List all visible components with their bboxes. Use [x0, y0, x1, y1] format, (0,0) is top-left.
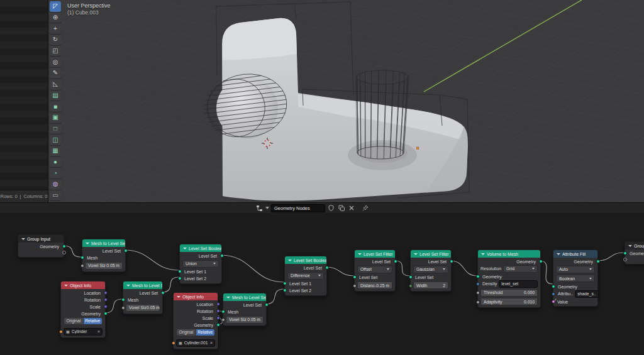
dropdown-level-set-filter-1[interactable]: Offset — [357, 266, 392, 273]
node-socket[interactable] — [172, 341, 175, 345]
node-socket[interactable] — [394, 259, 397, 263]
misc-tool-tool-icon[interactable]: ▭ — [50, 190, 61, 201]
node-socket[interactable] — [104, 312, 108, 315]
collapse-arrow-icon[interactable] — [226, 297, 230, 298]
text-field[interactable]: shade_s.. — [575, 290, 598, 298]
node-object-info-2[interactable]: Object InfoLocationRotationScaleGeometry… — [173, 292, 218, 349]
dropdown-level-set-boolean-1[interactable]: Union — [182, 260, 219, 268]
node-header[interactable]: Volume to Mesh — [478, 250, 540, 258]
primitive-twin-cubes-tool-icon[interactable]: ◫ — [50, 134, 61, 145]
node-socket[interactable] — [265, 303, 269, 307]
node-header[interactable]: Level Set Filter — [411, 250, 451, 258]
fake-user-shield-icon[interactable] — [327, 204, 335, 212]
node-socket[interactable] — [216, 316, 220, 320]
node-socket[interactable] — [220, 254, 224, 258]
scale-tool-icon[interactable]: ◰ — [50, 46, 61, 57]
dropdown-level-set-boolean-2[interactable]: Difference — [287, 272, 324, 280]
node-socket[interactable] — [353, 275, 357, 279]
node-socket[interactable] — [104, 305, 108, 309]
transform-tool-icon[interactable]: ◎ — [50, 57, 61, 67]
relative-toggle[interactable]: Relative — [84, 318, 103, 324]
node-socket[interactable] — [221, 318, 225, 322]
relative-toggle[interactable]: Relative — [196, 329, 215, 336]
node-attribute-fill[interactable]: Attribute FillGeometryAutoBooleanGeometr… — [553, 249, 598, 307]
node-socket[interactable] — [62, 251, 66, 254]
node-socket[interactable] — [476, 275, 480, 278]
node-socket[interactable] — [104, 291, 108, 295]
sphere-quarter-tool-icon[interactable]: ◔ — [50, 168, 61, 178]
node-level-set-boolean-1[interactable]: Level Set BooleanLevel SetUnionLevel Set… — [179, 244, 222, 284]
dropdown-volume-to-mesh[interactable]: Grid — [503, 265, 538, 273]
node-mesh-to-level-set-1[interactable]: Mesh to Level SetLevel SetMeshVoxel Siz0… — [82, 239, 126, 272]
collapse-arrow-icon[interactable] — [86, 243, 89, 244]
node-mesh-to-level-set-2[interactable]: Mesh to Level SetLevel SetMeshVoxel Siz0… — [123, 281, 163, 314]
collapse-arrow-icon[interactable] — [288, 259, 292, 261]
node-socket[interactable] — [623, 258, 627, 261]
annotate-tool-icon[interactable]: ✎ — [50, 68, 61, 79]
node-header[interactable]: Mesh to Level Set — [223, 293, 266, 301]
collapse-arrow-icon[interactable] — [177, 296, 180, 298]
value-slider[interactable]: Voxel Siz0.05 m — [85, 262, 123, 270]
collapse-arrow-icon[interactable] — [628, 245, 632, 247]
node-header[interactable]: Mesh to Level Set — [123, 281, 162, 289]
node-socket[interactable] — [552, 292, 555, 296]
value-slider[interactable]: Voxel Siz0.05 m — [226, 316, 264, 324]
node-header[interactable]: Level Set Boolean — [180, 244, 221, 252]
node-object-info-1[interactable]: Object InfoLocationRotationScaleGeometry… — [60, 281, 106, 338]
node-socket[interactable] — [216, 309, 220, 313]
primitive-box-tool-icon[interactable]: □ — [50, 124, 61, 134]
select-box-tool-icon[interactable]: ◸ — [50, 1, 61, 12]
original-toggle[interactable]: Original — [177, 329, 196, 336]
collapse-arrow-icon[interactable] — [414, 253, 418, 255]
rotate-tool-icon[interactable]: ↻ — [50, 35, 61, 45]
node-socket[interactable] — [623, 251, 627, 255]
node-mesh-to-level-set-3[interactable]: Mesh to Level SetLevel SetMeshVoxel Siz0… — [223, 293, 267, 326]
value-slider[interactable]: Voxel Siz0.05 m — [126, 304, 160, 312]
node-group-output[interactable]: Group OutputGeometry — [625, 241, 644, 265]
node-socket[interactable] — [552, 300, 555, 303]
node-header[interactable]: Level Set Boolean — [285, 256, 326, 264]
node-socket[interactable] — [596, 259, 600, 263]
node-socket[interactable] — [62, 244, 66, 248]
collapse-arrow-icon[interactable] — [64, 285, 68, 287]
clear-object-icon[interactable]: × — [210, 341, 213, 345]
node-header[interactable]: Object Info — [174, 293, 218, 300]
node-header[interactable]: Level Set Filter — [355, 250, 395, 258]
geometry-nodes-editor[interactable]: Group InputGeometryMesh to Level SetLeve… — [0, 213, 644, 355]
clear-object-icon[interactable]: × — [97, 329, 100, 334]
measure-tool-icon[interactable]: ◺ — [50, 79, 61, 90]
node-header[interactable]: Mesh to Level Set — [82, 239, 125, 247]
spreadsheet-editor[interactable]: Rows: 0 | Columns: 0 — [0, 0, 48, 202]
node-header[interactable]: Group Output — [625, 242, 644, 249]
lattice-sphere-tool-icon[interactable]: ◍ — [50, 179, 61, 190]
node-socket[interactable] — [216, 302, 220, 306]
node-socket[interactable] — [283, 288, 287, 292]
node-socket[interactable] — [221, 310, 225, 314]
node-socket[interactable] — [178, 270, 182, 273]
node-socket[interactable] — [178, 276, 182, 280]
node-group-input[interactable]: Group InputGeometry — [18, 234, 64, 258]
node-socket[interactable] — [59, 330, 63, 334]
node-socket[interactable] — [80, 256, 84, 259]
primitive-wire-cube-tool-icon[interactable]: ▦ — [50, 146, 61, 156]
node-header[interactable]: Object Info — [61, 281, 105, 289]
node-socket[interactable] — [476, 300, 480, 304]
node-socket[interactable] — [161, 291, 165, 295]
chevron-down-icon[interactable] — [265, 207, 269, 209]
node-socket[interactable] — [409, 284, 413, 288]
node-socket[interactable] — [353, 284, 357, 288]
node-socket[interactable] — [476, 282, 480, 286]
node-tree-icon[interactable] — [255, 204, 264, 212]
node-level-set-filter-2[interactable]: Level Set FilterLevel SetGaussianLevel S… — [410, 249, 452, 292]
dropdown-level-set-filter-2[interactable]: Gaussian — [413, 266, 448, 273]
text-field[interactable]: level_set — [499, 280, 538, 288]
unlink-close-icon[interactable] — [347, 204, 355, 212]
node-socket[interactable] — [450, 259, 453, 263]
duplicate-icon[interactable] — [337, 204, 345, 212]
node-level-set-filter-1[interactable]: Level Set FilterLevel SetOffsetLevel Set… — [354, 249, 396, 292]
original-toggle[interactable]: Original — [64, 318, 83, 324]
node-header[interactable]: Group Input — [18, 235, 64, 243]
cursor-tool-icon[interactable]: ⊕ — [50, 13, 61, 23]
node-header[interactable]: Attribute Fill — [553, 250, 597, 258]
primitive-inset-tool-icon[interactable]: ▣ — [50, 112, 61, 123]
